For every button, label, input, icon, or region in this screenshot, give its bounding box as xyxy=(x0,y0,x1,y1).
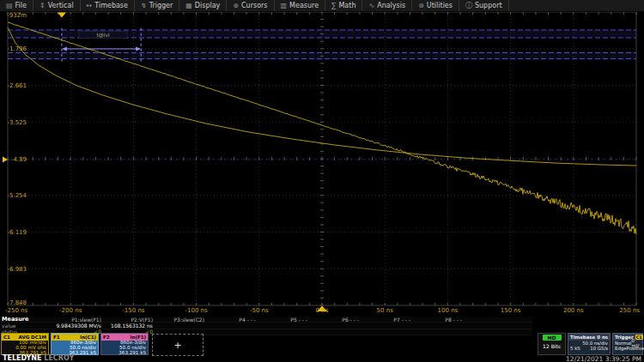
timebase-icon: ↔ xyxy=(87,3,93,9)
menubar: ▤File↕Vertical↔Timebase↯Trigger▦Display⊕… xyxy=(0,0,644,12)
waveform-display[interactable]: t@lvl-932m-1.796-2.661-3.525-4.39-5.254-… xyxy=(0,0,644,317)
measure-param-header-p3[interactable]: P3:slew(C2) xyxy=(153,317,204,323)
vertical-icon: ↕ xyxy=(39,3,46,9)
y-axis-label: -6.119 xyxy=(7,229,27,236)
menu-item-utilities[interactable]: ⊛Utilities xyxy=(412,0,459,11)
menu-item-label: Support xyxy=(475,2,502,9)
menu-item-measure[interactable]: ▥Measure xyxy=(275,0,326,11)
menu-item-label: Timebase xyxy=(94,2,128,9)
measure-param-header-p7[interactable]: P7 - - - xyxy=(359,317,410,323)
y-axis-label: -6.983 xyxy=(7,266,27,273)
x-axis-label: 200 ns xyxy=(563,307,584,314)
measure-param-header-p6[interactable]: P6 - - - xyxy=(307,317,359,323)
y-axis-label: -932m xyxy=(7,12,27,19)
x-axis-label: 250 ns xyxy=(619,307,640,314)
x-axis-label: -100 ns xyxy=(185,307,208,314)
hd-mode-box[interactable]: HD 12 Bits xyxy=(538,333,566,355)
oscilloscope-screen: ▤File↕Vertical↔Timebase↯Trigger▦Display⊕… xyxy=(0,0,644,362)
menu-item-vertical[interactable]: ↕Vertical xyxy=(33,0,81,11)
timebase-memory: 5 kS xyxy=(570,346,580,351)
menu-item-timebase[interactable]: ↔Timebase xyxy=(81,0,135,11)
measure-param-header-p2[interactable]: P2:V(F1) xyxy=(101,317,153,323)
trigger-icon: ↯ xyxy=(141,3,147,9)
x-axis-label: 100 ns xyxy=(438,307,459,314)
trigger-slope: Positive xyxy=(627,346,644,351)
datetime: 12/21/2021 3:39:25 PM xyxy=(566,355,641,362)
x-axis-label: -50 ns xyxy=(250,307,269,314)
menu-item-trigger[interactable]: ↯Trigger xyxy=(135,0,179,11)
measure-param-header-p5[interactable]: P5 - - - xyxy=(256,317,307,323)
y-axis-label: -5.254 xyxy=(7,192,27,199)
brand-lecroy: LECROY xyxy=(44,354,74,362)
display-icon: ▦ xyxy=(185,3,192,9)
channel-id-f2: F2 xyxy=(103,335,110,340)
measure-param-value-p2: 108.1563132 ns xyxy=(101,323,153,329)
timebase-title: Timebase xyxy=(570,335,595,340)
measure-param-value-p1: 9.98439308 MV/s xyxy=(50,323,101,329)
measure-icon: ▥ xyxy=(281,3,288,9)
gate-label-text: t@lvl xyxy=(96,32,110,39)
measure-param-header-p4[interactable]: P4 - - - xyxy=(204,317,256,323)
x-axis-label: -150 ns xyxy=(122,307,145,314)
y-axis-label: -7.848 xyxy=(7,299,27,306)
channel-box-c1[interactable]: C1AVG DC1M100 mV/div0.00 mV ofst363.291 … xyxy=(1,333,49,355)
menu-item-label: Vertical xyxy=(48,2,74,9)
y-axis-label: -1.796 xyxy=(7,45,27,52)
trigger-type: Edge xyxy=(615,346,627,351)
channel-id-c1: C1 xyxy=(3,335,10,340)
menu-item-label: Analysis xyxy=(377,2,405,9)
x-axis-label: 50 ns xyxy=(377,307,394,314)
menu-item-label: Math xyxy=(338,2,355,9)
menu-item-label: Display xyxy=(195,2,221,9)
analysis-icon: ∿ xyxy=(368,3,374,9)
channel-setting-line-2: 363.291 kS xyxy=(101,351,148,356)
support-icon: ⓘ xyxy=(465,3,472,9)
hd-badge: HD xyxy=(543,335,562,341)
menu-item-support[interactable]: ⓘSupport xyxy=(459,0,509,11)
y-axis-label: -4.39 xyxy=(11,156,27,163)
x-axis-label: -250 ns xyxy=(5,307,28,314)
menu-item-cursors[interactable]: ⊕Cursors xyxy=(227,0,274,11)
x-axis-label: 0 ns xyxy=(316,307,329,314)
utilities-icon: ⊛ xyxy=(418,3,424,9)
file-icon: ▤ xyxy=(6,3,13,9)
channel-id-f1: F1 xyxy=(53,335,60,340)
timebase-sample-rate: 10 GS/s xyxy=(590,346,608,351)
menu-item-math[interactable]: ∑Math xyxy=(325,0,362,11)
menu-item-label: Measure xyxy=(289,2,319,9)
measure-value-label: value xyxy=(0,323,50,329)
menu-item-analysis[interactable]: ∿Analysis xyxy=(362,0,412,11)
x-axis-label: 150 ns xyxy=(501,307,521,314)
menu-item-label: File xyxy=(15,2,27,9)
menu-item-label: Cursors xyxy=(241,2,267,9)
channel-box-f2[interactable]: F2ln(F1)860e-3/div50.0 ns/div363.291 kS xyxy=(100,333,149,355)
brand-logo: TELEDYNE LECROY xyxy=(3,354,74,362)
hd-bits: 12 Bits xyxy=(538,343,565,349)
math-icon: ∑ xyxy=(331,3,336,9)
brand-teledyne: TELEDYNE xyxy=(3,354,42,362)
menu-item-label: Utilities xyxy=(427,2,453,9)
measure-param-header-p8[interactable]: P8 - - - xyxy=(410,317,462,323)
menu-item-label: Trigger xyxy=(149,2,173,9)
cursors-icon: ⊕ xyxy=(233,3,239,9)
y-axis-label: -2.661 xyxy=(7,82,27,89)
menu-item-display[interactable]: ▦Display xyxy=(179,0,227,11)
menu-item-file[interactable]: ▤File xyxy=(0,0,33,11)
measure-title: Measure xyxy=(0,316,50,323)
trigger-title: Trigger xyxy=(615,335,634,340)
x-axis-label: -200 ns xyxy=(59,307,82,314)
add-trace-button[interactable]: + xyxy=(152,334,204,356)
trigger-box[interactable]: Trigger C1 DC Normal 0 mV Edge Positive xyxy=(612,333,643,355)
timebase-offset: 0 ns xyxy=(597,335,608,340)
channel-box-f1[interactable]: F1ln(C1)860e-3/div50.0 ns/div363.291 kS xyxy=(51,333,99,355)
measure-param-header-p1[interactable]: P1:slew(F1) xyxy=(50,317,101,323)
y-axis-label: -3.525 xyxy=(7,119,27,126)
timebase-box[interactable]: Timebase 0 ns 50.0 ns/div 5 kS 10 GS/s xyxy=(568,333,611,355)
